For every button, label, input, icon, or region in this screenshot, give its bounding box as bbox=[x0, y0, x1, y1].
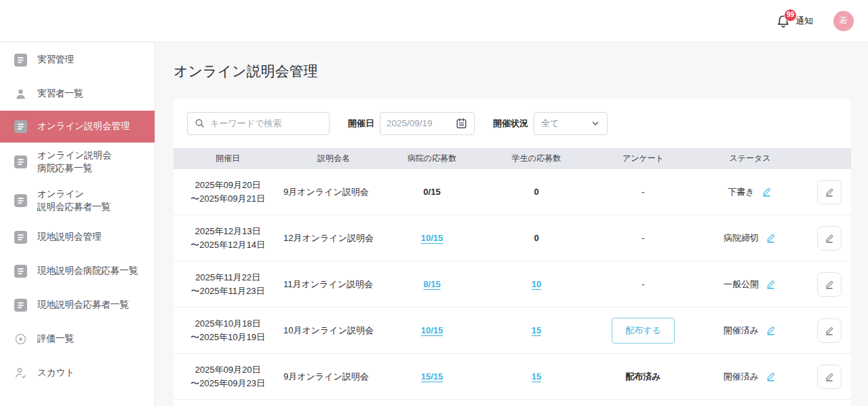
sidebar-item-scout[interactable]: スカウト bbox=[0, 356, 155, 390]
student-applications-link[interactable]: 10 bbox=[532, 279, 541, 289]
status-text: 開催済み bbox=[724, 371, 759, 383]
sidebar-item-online-setsumeikai-obosha-ichiran[interactable]: オンライン説明会応募者一覧 bbox=[0, 181, 155, 220]
column-header: 開催日 bbox=[174, 153, 282, 164]
sidebar-item-label: 現地説明会管理 bbox=[37, 231, 102, 243]
student-applications-cell: 10 bbox=[479, 279, 594, 289]
date-value: 2025/09/19 bbox=[387, 118, 433, 128]
status: 開催済み bbox=[724, 371, 776, 383]
page-title: オンライン説明会管理 bbox=[174, 62, 851, 81]
status-cell: 一般公開 bbox=[692, 278, 808, 291]
date-input[interactable]: 2025/09/19 bbox=[380, 112, 475, 135]
pencil-icon bbox=[824, 233, 835, 244]
sidebar-item-genchi-setsumeikai-kanri[interactable]: 現地説明会管理 bbox=[0, 220, 155, 254]
column-header: 病院の応募数 bbox=[385, 153, 479, 164]
event-name-cell: 9月オンライン説明会 bbox=[282, 371, 385, 383]
row-edit-button[interactable] bbox=[817, 226, 842, 251]
column-header: アンケート bbox=[594, 153, 692, 164]
sidebar-item-online-setsumeikai-kanri[interactable]: オンライン説明会管理 bbox=[0, 111, 155, 143]
hospital-applications-link[interactable]: 15/15 bbox=[421, 371, 443, 382]
status-edit-pencil-icon[interactable] bbox=[765, 232, 776, 244]
sidebar-item-label: オンライン説明会病院応募一覧 bbox=[37, 149, 112, 174]
survey-distribute-button[interactable]: 配布する bbox=[612, 318, 675, 344]
pencil-icon bbox=[824, 187, 835, 198]
status: 下書き bbox=[728, 186, 772, 198]
event-date: 2025年12月13日〜2025年12月14日 bbox=[191, 225, 265, 252]
topbar: 99 通知 若 bbox=[0, 0, 868, 42]
event-date-cell: 2025年10月18日〜2025年10月19日 bbox=[174, 317, 282, 344]
survey-cell: 配布済み bbox=[594, 371, 692, 383]
bell-icon: 99 bbox=[776, 13, 791, 29]
sidebar-item-jisshusha-ichiran[interactable]: 実習者一覧 bbox=[0, 77, 155, 111]
hospital-applications-link[interactable]: 8/15 bbox=[423, 279, 440, 289]
event-name-cell: 11月オンライン説明会 bbox=[282, 278, 385, 291]
survey-cell: - bbox=[594, 187, 692, 197]
event-date-cell: 2025年12月13日〜2025年12月14日 bbox=[174, 225, 282, 252]
actions-cell bbox=[808, 226, 851, 251]
column-header: ステータス bbox=[692, 153, 808, 164]
hospital-applications-link[interactable]: 10/15 bbox=[421, 325, 443, 335]
row-edit-button[interactable] bbox=[817, 365, 842, 389]
hospital-applications-link[interactable]: 10/15 bbox=[421, 233, 443, 243]
calendar-icon bbox=[455, 117, 468, 130]
status-edit-pencil-icon[interactable] bbox=[761, 186, 772, 198]
student-applications-cell: 0 bbox=[479, 187, 594, 197]
person-icon bbox=[14, 88, 27, 100]
event-date: 2025年09月20日〜2025年09月23日 bbox=[191, 363, 265, 390]
event-name-cell: 10月オンライン説明会 bbox=[282, 325, 385, 337]
event-date-cell: 2025年09月20日〜2025年09月23日 bbox=[174, 363, 282, 390]
notification-badge: 99 bbox=[784, 9, 797, 22]
badge-icon bbox=[14, 333, 27, 346]
document-icon bbox=[14, 54, 27, 67]
notification-button[interactable]: 99 通知 bbox=[776, 13, 813, 29]
survey-cell: 配布する bbox=[594, 318, 692, 344]
student-applications-link[interactable]: 15 bbox=[532, 325, 541, 335]
row-edit-button[interactable] bbox=[817, 272, 842, 297]
search-input[interactable] bbox=[210, 118, 323, 128]
sidebar-item-label: 実習管理 bbox=[37, 54, 74, 66]
sidebar-item-label: オンライン説明会管理 bbox=[37, 120, 130, 132]
avatar[interactable]: 若 bbox=[833, 11, 854, 31]
event-name-cell: 9月オンライン説明会 bbox=[282, 186, 385, 198]
status: 一般公開 bbox=[724, 278, 776, 291]
document-icon bbox=[14, 231, 27, 244]
pencil-icon bbox=[824, 325, 835, 336]
hospital-applications-value: 0/15 bbox=[423, 187, 440, 197]
event-date-cell: 2025年11月22日〜2025年11月23日 bbox=[174, 271, 282, 298]
status-edit-pencil-icon[interactable] bbox=[765, 325, 776, 336]
survey-value: 配布済み bbox=[625, 371, 660, 382]
table-row: 2025年10月18日〜2025年10月19日10月オンライン説明会10/151… bbox=[174, 308, 851, 354]
row-edit-button[interactable] bbox=[817, 180, 842, 204]
event-date-cell: 2025年09月20日〜2025年09月21日 bbox=[174, 179, 282, 206]
sidebar: 実習管理実習者一覧オンライン説明会管理オンライン説明会病院応募一覧オンライン説明… bbox=[0, 43, 155, 406]
status-edit-pencil-icon[interactable] bbox=[765, 371, 776, 382]
event-date: 2025年09月20日〜2025年09月21日 bbox=[191, 179, 265, 206]
sidebar-item-label: スカウト bbox=[37, 367, 75, 379]
actions-cell bbox=[808, 272, 851, 297]
status-cell: 開催済み bbox=[692, 371, 808, 383]
document-icon bbox=[14, 299, 27, 312]
document-icon bbox=[14, 120, 27, 133]
chevron-down-icon bbox=[591, 119, 600, 128]
student-applications-cell: 15 bbox=[479, 371, 594, 382]
sidebar-item-hyoka-ichiran[interactable]: 評価一覧 bbox=[0, 322, 155, 356]
status-select[interactable]: 全て bbox=[534, 112, 608, 135]
survey-value: - bbox=[642, 279, 644, 289]
survey-cell: - bbox=[594, 279, 692, 289]
sidebar-item-online-setsumeikai-byoin-obo-ichiran[interactable]: オンライン説明会病院応募一覧 bbox=[0, 143, 155, 181]
row-edit-button[interactable] bbox=[817, 318, 842, 343]
sidebar-item-label: オンライン説明会応募者一覧 bbox=[37, 188, 111, 213]
sidebar-item-genchi-setsumeikai-obosha-ichiran[interactable]: 現地説明会応募者一覧 bbox=[0, 288, 155, 322]
table-row: 2025年11月22日〜2025年11月23日11月オンライン説明会8/1510… bbox=[174, 261, 851, 308]
status-cell: 開催済み bbox=[692, 325, 808, 337]
status-select-value: 全て bbox=[541, 117, 559, 130]
sidebar-item-genchi-setsumeikai-byoin-obo-ichiran[interactable]: 現地説明会病院応募一覧 bbox=[0, 254, 155, 288]
main-content: オンライン説明会管理 開催日 2025/09/19 bbox=[156, 43, 868, 406]
student-applications-link[interactable]: 15 bbox=[532, 371, 541, 382]
actions-cell bbox=[808, 318, 851, 343]
status: 病院締切 bbox=[724, 232, 776, 244]
column-header: 説明会名 bbox=[282, 153, 385, 164]
status-edit-pencil-icon[interactable] bbox=[765, 278, 776, 290]
sidebar-item-label: 評価一覧 bbox=[37, 333, 74, 345]
sidebar-item-jisshu-kanri[interactable]: 実習管理 bbox=[0, 43, 155, 77]
document-icon bbox=[14, 265, 27, 278]
